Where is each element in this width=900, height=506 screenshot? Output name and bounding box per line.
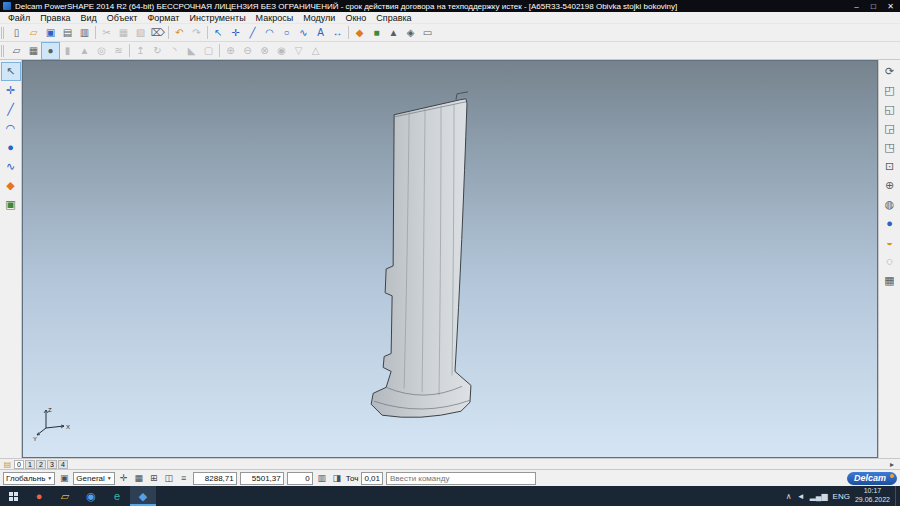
primitive-plane-icon[interactable]: ▱	[8, 43, 25, 59]
toolbar-grip[interactable]	[1, 27, 5, 39]
surface-create-icon[interactable]: ◆	[2, 177, 20, 194]
solid-fillet-icon[interactable]: ◝	[166, 43, 183, 59]
start-button[interactable]	[0, 486, 26, 506]
zoom-frame-icon[interactable]: ⊡	[881, 158, 899, 175]
volume-icon[interactable]: ◄	[797, 492, 805, 501]
primitive-sphere-icon[interactable]: ●	[42, 43, 59, 59]
grid-snap-icon[interactable]: ⊞	[148, 473, 160, 483]
maximize-button[interactable]: □	[867, 2, 880, 11]
solid-extrude-icon[interactable]: ↥	[132, 43, 149, 59]
shaded-view-icon[interactable]: ●	[881, 215, 899, 232]
chevron-up-icon[interactable]: ∧	[786, 492, 792, 501]
solid-revolve-icon[interactable]: ↻	[149, 43, 166, 59]
arc-tool-icon[interactable]: ◠	[261, 25, 278, 41]
primitive-cylinder-icon[interactable]: ▮	[59, 43, 76, 59]
drafting-tool-icon[interactable]: ▭	[419, 25, 436, 41]
open-folder-icon[interactable]: ▱	[25, 25, 42, 41]
line-tool-icon[interactable]: ╱	[244, 25, 261, 41]
menu-view[interactable]: Вид	[76, 13, 102, 23]
select-arrow-icon[interactable]: ↖	[2, 63, 20, 80]
browser-app-icon[interactable]: ●	[26, 486, 52, 506]
iso4-view-icon[interactable]: ◳	[881, 139, 899, 156]
primitive-cone-icon[interactable]: ▲	[76, 43, 93, 59]
line-create-icon[interactable]: ╱	[2, 101, 20, 118]
undo-icon[interactable]: ↶	[171, 25, 188, 41]
circle-create-icon[interactable]: ●	[2, 139, 20, 156]
print-preview-icon[interactable]: ▥	[76, 25, 93, 41]
delete-icon[interactable]: ⌦	[149, 25, 166, 41]
zoom-in-icon[interactable]: ⊕	[881, 177, 899, 194]
network-icon[interactable]: ▂▄▆	[810, 492, 828, 501]
cursor-snap-icon[interactable]: ✛	[118, 473, 130, 483]
level-tab-1[interactable]: 1	[25, 460, 35, 469]
wireframe-view-icon[interactable]: ◌	[881, 253, 899, 270]
level-tab-0[interactable]: 0	[14, 460, 24, 469]
snap-step-icon[interactable]: ▥	[316, 473, 328, 483]
curve-tool-icon[interactable]: ∿	[295, 25, 312, 41]
show-desktop-button[interactable]	[895, 486, 899, 506]
iso3-view-icon[interactable]: ◲	[881, 120, 899, 137]
item-select-icon[interactable]: ◫	[163, 473, 175, 483]
select-tool-icon[interactable]: ↖	[210, 25, 227, 41]
cut-icon[interactable]: ✂	[98, 25, 115, 41]
intelligent-cursor-icon[interactable]: ▦	[133, 473, 145, 483]
grid-view-icon[interactable]: ▦	[881, 272, 899, 289]
dimension-tool-icon[interactable]: ↔	[329, 25, 346, 41]
boolean-intersect-icon[interactable]: ⊗	[256, 43, 273, 59]
new-file-icon[interactable]: ▯	[8, 25, 25, 41]
assembly-tool-icon[interactable]: ◈	[402, 25, 419, 41]
surface-tool-icon[interactable]: ◆	[351, 25, 368, 41]
arc-create-icon[interactable]: ◠	[2, 120, 20, 137]
boolean-subtract-icon[interactable]: ⊖	[239, 43, 256, 59]
globe-view-icon[interactable]: ◍	[881, 196, 899, 213]
primitive-torus-icon[interactable]: ◎	[93, 43, 110, 59]
menu-tools[interactable]: Инструменты	[184, 13, 250, 23]
solid-tool-icon[interactable]: ■	[368, 25, 385, 41]
coordinate-y-field[interactable]: 5501,37	[240, 472, 284, 485]
menu-edit[interactable]: Правка	[35, 13, 75, 23]
workplane-create-icon[interactable]: ✛	[2, 82, 20, 99]
menu-format[interactable]: Формат	[143, 13, 185, 23]
workplane-tool-icon[interactable]: ✛	[227, 25, 244, 41]
measure-icon[interactable]: ◨	[331, 473, 343, 483]
coordinate-z-field[interactable]: 0	[287, 472, 313, 485]
workplane-select[interactable]: Глобальнь ▼	[3, 472, 55, 485]
file-explorer-icon[interactable]: ▱	[52, 486, 78, 506]
feature-pocket-icon[interactable]: ▽	[290, 43, 307, 59]
menu-object[interactable]: Объект	[102, 13, 143, 23]
level-tab-3[interactable]: 3	[47, 460, 57, 469]
menu-macros[interactable]: Макросы	[251, 13, 299, 23]
print-icon[interactable]: ▤	[59, 25, 76, 41]
feature-hole-icon[interactable]: ◉	[273, 43, 290, 59]
tolerance-field[interactable]: 0,01	[361, 472, 383, 485]
menu-file[interactable]: Файл	[3, 13, 35, 23]
close-button[interactable]: ✕	[884, 2, 897, 11]
copy-icon[interactable]: ▦	[115, 25, 132, 41]
level-tab-2[interactable]: 2	[36, 460, 46, 469]
coordinate-x-field[interactable]: 8288,71	[193, 472, 237, 485]
iso2-view-icon[interactable]: ◱	[881, 101, 899, 118]
taskbar-clock[interactable]: 10:17 29.06.2022	[855, 487, 890, 505]
workplane-lock-icon[interactable]: ▣	[58, 473, 70, 483]
language-indicator[interactable]: ENG	[833, 492, 850, 501]
chrome-icon[interactable]: ◉	[78, 486, 104, 506]
level-select[interactable]: General ▼	[73, 472, 114, 485]
levels-icon[interactable]: ▤	[2, 460, 13, 469]
menu-window[interactable]: Окно	[340, 13, 371, 23]
model-3d[interactable]	[371, 92, 471, 418]
primitive-block-icon[interactable]: ▦	[25, 43, 42, 59]
scroll-right-icon[interactable]: ▸	[886, 460, 898, 469]
feature-boss-icon[interactable]: △	[307, 43, 324, 59]
menu-help[interactable]: Справка	[371, 13, 416, 23]
viewport-3d[interactable]: Z X Y	[22, 60, 878, 458]
redo-icon[interactable]: ↷	[188, 25, 205, 41]
refresh-view-icon[interactable]: ⟳	[881, 63, 899, 80]
boolean-add-icon[interactable]: ⊕	[222, 43, 239, 59]
feature-tool-icon[interactable]: ▲	[385, 25, 402, 41]
minimize-button[interactable]: –	[850, 2, 863, 11]
toolbar-grip[interactable]	[1, 45, 5, 57]
solid-create-icon[interactable]: ▣	[2, 196, 20, 213]
circle-tool-icon[interactable]: ○	[278, 25, 295, 41]
command-input[interactable]	[386, 472, 536, 485]
iso1-view-icon[interactable]: ◰	[881, 82, 899, 99]
